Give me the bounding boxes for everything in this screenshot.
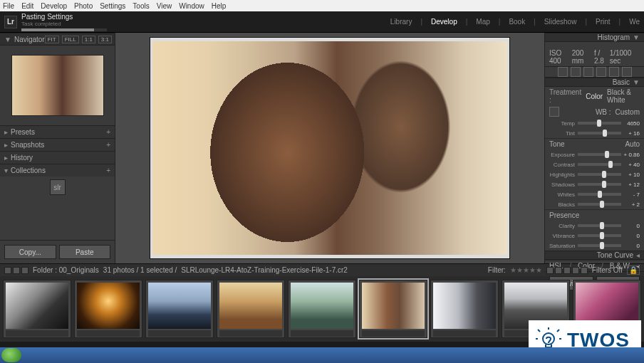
eyedropper-icon[interactable]: [549, 107, 559, 117]
slider-blacks[interactable]: Blacks+ 2: [545, 199, 644, 209]
menu-window[interactable]: Window: [179, 2, 204, 10]
slider-knob[interactable]: [605, 151, 609, 158]
grid-view-icon[interactable]: [4, 267, 11, 274]
slider-knob[interactable]: [600, 201, 604, 208]
thumbnail[interactable]: [145, 280, 214, 338]
slider-track[interactable]: [578, 163, 621, 166]
slider-track[interactable]: [578, 183, 621, 186]
add-icon[interactable]: +: [106, 141, 110, 149]
auto-tone-button[interactable]: Auto: [625, 140, 640, 148]
slider-knob[interactable]: [608, 161, 613, 168]
slider-highlights[interactable]: Highlights+ 10: [545, 169, 644, 179]
slider-whites[interactable]: Whites- 7: [545, 189, 644, 199]
thumbnail-selected[interactable]: [359, 280, 427, 338]
basic-header[interactable]: Basic ▼: [545, 78, 644, 87]
grad-tool-icon[interactable]: [596, 67, 606, 77]
slider-knob[interactable]: [597, 120, 601, 127]
treatment-bw[interactable]: Black & White: [607, 88, 640, 104]
navigator-preview[interactable]: [0, 46, 115, 125]
filters-off[interactable]: Filters Off: [592, 266, 623, 274]
loupe-image-container[interactable]: [150, 37, 510, 259]
panel-presets-label: Presets: [11, 128, 35, 136]
module-slideshow[interactable]: Slideshow: [544, 18, 577, 26]
slider-tint[interactable]: Tint+ 16: [545, 128, 644, 138]
slider-track[interactable]: [578, 193, 621, 196]
module-book[interactable]: Book: [509, 18, 525, 26]
slider-saturation[interactable]: Saturation0: [545, 241, 644, 251]
thumbnail[interactable]: [288, 280, 356, 338]
start-button-icon[interactable]: [1, 348, 21, 362]
wb-value[interactable]: Custom: [616, 108, 640, 116]
thumbnail[interactable]: [430, 280, 499, 338]
slider-knob[interactable]: [603, 130, 607, 137]
module-develop[interactable]: Develop: [431, 18, 457, 26]
module-map[interactable]: Map: [476, 18, 489, 26]
radial-tool-icon[interactable]: [609, 67, 619, 77]
slider-track[interactable]: [578, 234, 621, 237]
menu-edit[interactable]: Edit: [21, 2, 33, 10]
treatment-color[interactable]: Color: [586, 93, 603, 100]
filter-stars[interactable]: ★★★★★: [510, 266, 542, 274]
slider-knob[interactable]: [600, 232, 604, 239]
slider-track[interactable]: [578, 203, 621, 206]
module-web[interactable]: We: [629, 18, 640, 26]
crop-tool-icon[interactable]: [558, 67, 568, 77]
module-library[interactable]: Library: [390, 18, 412, 26]
menu-photo[interactable]: Photo: [74, 2, 93, 10]
copy-button[interactable]: Copy...: [4, 245, 56, 259]
tonecurve-header[interactable]: Tone Curve ◂: [545, 251, 644, 260]
slider-knob[interactable]: [598, 191, 602, 198]
slider-track[interactable]: [578, 153, 621, 156]
menu-help[interactable]: Help: [212, 2, 227, 10]
slider-knob[interactable]: [600, 222, 604, 229]
slider-knob[interactable]: [602, 171, 606, 178]
panel-snapshots[interactable]: ▸Snapshots+: [0, 138, 115, 151]
add-icon[interactable]: +: [106, 128, 110, 136]
slider-track[interactable]: [578, 173, 621, 176]
panel-history[interactable]: ▸History: [0, 151, 115, 164]
loupe-view-icon[interactable]: [13, 267, 20, 274]
menu-develop[interactable]: Develop: [41, 2, 67, 10]
menu-view[interactable]: View: [157, 2, 172, 10]
slider-shadows[interactable]: Shadows+ 12: [545, 179, 644, 189]
panel-collections[interactable]: ▾Collections+: [0, 164, 115, 177]
collection-item[interactable]: slr: [0, 177, 115, 198]
zoom-fill[interactable]: FILL: [62, 36, 79, 43]
slider-track[interactable]: [578, 122, 621, 125]
breadcrumb-folder[interactable]: Folder : 00_Originals: [33, 266, 99, 274]
zoom-ratio[interactable]: 3:1: [98, 36, 112, 43]
slider-knob[interactable]: [602, 181, 606, 188]
navigator-header[interactable]: ▼ Navigator FIT FILL 1:1 3:1: [0, 33, 115, 46]
filter-lock-icon[interactable]: 🔒: [627, 265, 640, 275]
slider-exposure[interactable]: Exposure+ 0.86: [545, 149, 644, 159]
thumbnail[interactable]: [74, 280, 142, 338]
brush-tool-icon[interactable]: [622, 67, 632, 77]
thumbnail[interactable]: [3, 280, 71, 338]
panel-presets[interactable]: ▸Presets+: [0, 125, 115, 138]
slider-clarity[interactable]: Clarity0: [545, 221, 644, 231]
menu-settings[interactable]: Settings: [100, 2, 125, 10]
zoom-fit[interactable]: FIT: [45, 36, 59, 43]
menu-file[interactable]: File: [3, 2, 14, 10]
identity-bar: Lr Pasting Settings Task completed Libra…: [0, 11, 644, 33]
redeye-tool-icon[interactable]: [583, 67, 593, 77]
slider-value: - 7: [621, 191, 640, 198]
slider-value: + 40: [621, 162, 640, 168]
menu-tools[interactable]: Tools: [133, 2, 149, 10]
slider-track[interactable]: [578, 132, 621, 135]
compare-view-icon[interactable]: [21, 267, 28, 274]
slider-track[interactable]: [578, 244, 621, 247]
zoom-1-1[interactable]: 1:1: [82, 36, 95, 43]
slider-track[interactable]: [578, 224, 621, 227]
slider-vibrance[interactable]: Vibrance0: [545, 231, 644, 241]
thumbnail[interactable]: [217, 280, 285, 338]
module-print[interactable]: Print: [596, 18, 611, 26]
paste-button[interactable]: Paste: [59, 245, 111, 259]
slider-temp[interactable]: Temp4650: [545, 118, 644, 128]
slider-contrast[interactable]: Contrast+ 40: [545, 159, 644, 169]
histogram-header[interactable]: Histogram ▼: [545, 33, 644, 42]
add-icon[interactable]: +: [106, 167, 110, 174]
slider-knob[interactable]: [600, 242, 604, 249]
spot-tool-icon[interactable]: [571, 67, 581, 77]
filter-color-labels[interactable]: [546, 267, 588, 274]
